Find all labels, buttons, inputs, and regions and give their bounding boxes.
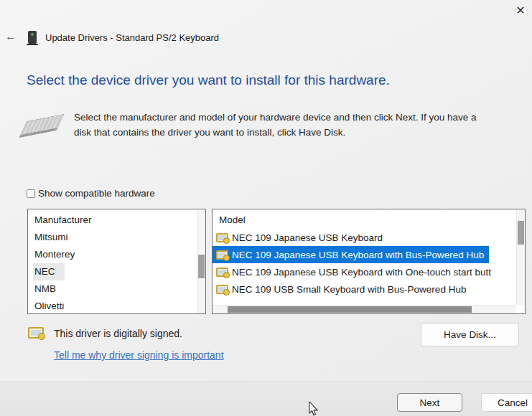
model-item-label: NEC 109 Japanese USB Keyboard with Bus-P… bbox=[232, 250, 484, 260]
scrollbar-thumb[interactable] bbox=[518, 221, 524, 245]
list-item[interactable]: Mitsumi bbox=[28, 229, 205, 246]
page-title: Select the device driver you want to ins… bbox=[27, 72, 390, 88]
back-icon[interactable]: ← bbox=[4, 29, 18, 44]
signed-driver-icon bbox=[216, 285, 228, 294]
instructions-text: Select the manufacturer and model of you… bbox=[74, 110, 477, 140]
list-item[interactable]: Monterey bbox=[28, 246, 205, 263]
have-disk-button[interactable]: Have Disk... bbox=[421, 323, 519, 346]
show-compatible-hardware-label[interactable]: Show compatible hardware bbox=[38, 188, 155, 199]
manufacturer-item-label: Olivetti bbox=[34, 301, 64, 311]
model-vertical-scrollbar[interactable] bbox=[516, 209, 525, 305]
manufacturer-listbox: Manufacturer Mitsumi Monterey NEC NMB Ol… bbox=[27, 209, 206, 314]
instructions-line-1: Select the manufacturer and model of you… bbox=[74, 110, 477, 125]
model-column-header: Model bbox=[213, 212, 525, 229]
window-title: Update Drivers - Standard PS/2 Keyboard bbox=[45, 32, 219, 43]
signed-driver-icon bbox=[216, 250, 228, 260]
digitally-signed-icon bbox=[28, 327, 44, 339]
cancel-button[interactable]: Cancel bbox=[481, 393, 532, 412]
model-item-label: NEC 109 Japanese USB Keyboard with One-t… bbox=[232, 267, 491, 278]
manufacturer-item-label: Mitsumi bbox=[34, 232, 68, 242]
list-item[interactable]: NEC 109 Japanese USB Keyboard bbox=[213, 229, 388, 246]
model-item-label: NEC 109 Japanese USB Keyboard bbox=[232, 232, 383, 243]
next-button[interactable]: Next bbox=[397, 393, 462, 412]
model-horizontal-scrollbar[interactable] bbox=[213, 305, 516, 313]
manufacturer-column-header: Manufacturer bbox=[28, 212, 205, 229]
manufacturer-vertical-scrollbar[interactable] bbox=[197, 209, 205, 313]
digitally-signed-text: This driver is digitally signed. bbox=[54, 328, 182, 339]
signed-driver-icon bbox=[216, 268, 228, 277]
keyboard-device-icon bbox=[28, 31, 37, 44]
keyboard-illustration-icon bbox=[19, 114, 65, 138]
manufacturer-item-label: NEC bbox=[33, 263, 65, 280]
mouse-cursor-icon bbox=[309, 402, 319, 416]
update-drivers-dialog: ✕ ← Update Drivers - Standard PS/2 Keybo… bbox=[0, 0, 532, 416]
list-item[interactable]: Olivetti bbox=[28, 298, 205, 314]
scrollbar-thumb[interactable] bbox=[228, 306, 472, 313]
list-item[interactable]: NEC 109 USB Small Keyboard with Bus-Powe… bbox=[213, 280, 471, 298]
manufacturer-item-label: Monterey bbox=[34, 249, 75, 260]
signed-driver-icon bbox=[216, 233, 228, 242]
model-listbox: Model NEC 109 Japanese USB Keyboard NEC … bbox=[212, 209, 526, 314]
list-item-selected[interactable]: NEC bbox=[28, 263, 205, 280]
list-item[interactable]: NMB bbox=[28, 280, 205, 298]
close-icon[interactable]: ✕ bbox=[513, 2, 528, 18]
show-compatible-hardware-checkbox[interactable] bbox=[27, 189, 35, 198]
list-item[interactable]: NEC 109 Japanese USB Keyboard with One-t… bbox=[213, 263, 496, 280]
list-item-selected[interactable]: NEC 109 Japanese USB Keyboard with Bus-P… bbox=[213, 246, 489, 263]
driver-signing-link[interactable]: Tell me why driver signing is important bbox=[54, 349, 224, 361]
instructions-line-2: disk that contains the driver you want t… bbox=[74, 125, 477, 140]
manufacturer-item-label: NMB bbox=[34, 283, 56, 294]
model-item-label: NEC 109 USB Small Keyboard with Bus-Powe… bbox=[232, 284, 466, 295]
scrollbar-thumb[interactable] bbox=[198, 255, 205, 278]
